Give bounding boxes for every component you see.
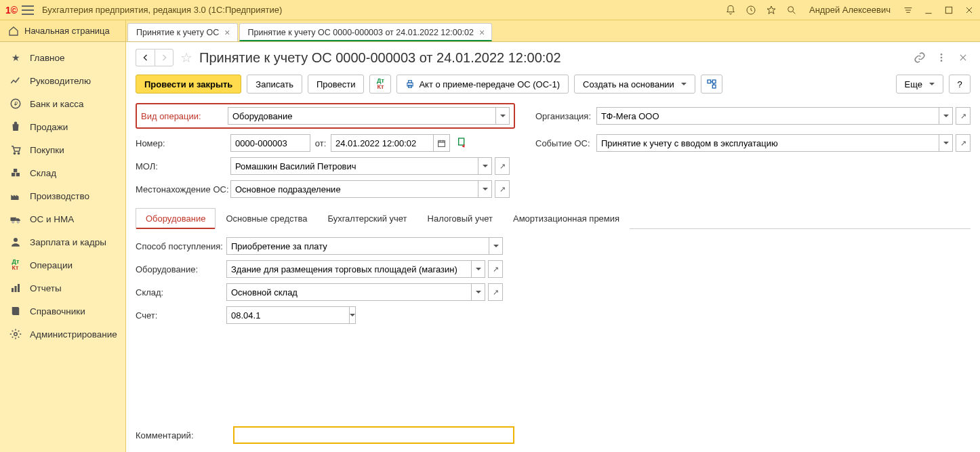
write-button[interactable]: Записать [247, 75, 302, 94]
minimize-icon[interactable] [923, 5, 934, 16]
structure-button[interactable] [701, 75, 722, 94]
print-act-button[interactable]: Акт о приеме-передаче ОС (ОС-1) [396, 75, 569, 94]
svg-point-12 [17, 221, 19, 223]
svg-point-20 [941, 60, 943, 62]
open-ref-icon[interactable]: ↗ [956, 107, 971, 125]
chart-icon [9, 75, 22, 87]
create-based-label: Создать на основании [583, 79, 674, 89]
home-tab-label: Начальная страница [24, 26, 110, 36]
sidebar-item-main[interactable]: ★Главное [0, 46, 125, 69]
number-input[interactable] [230, 134, 310, 152]
sidebar-item-sales[interactable]: Продажи [0, 115, 125, 138]
date-input[interactable] [331, 134, 434, 152]
history-icon[interactable] [746, 5, 756, 16]
dropdown-icon[interactable] [472, 260, 485, 278]
wh-input[interactable] [226, 283, 472, 301]
calendar-icon[interactable] [434, 134, 450, 152]
close-icon[interactable] [956, 50, 971, 65]
open-ref-icon[interactable]: ↗ [956, 134, 971, 152]
subtab-fixed-assets[interactable]: Основные средства [216, 208, 317, 229]
close-window-icon[interactable] [964, 5, 975, 16]
post-and-close-button[interactable]: Провести и закрыть [136, 75, 241, 94]
doc-flow-icon[interactable] [457, 137, 468, 150]
svg-rect-14 [12, 288, 14, 292]
equip-input[interactable] [226, 260, 472, 278]
bars-icon [9, 282, 22, 294]
subtab-accounting[interactable]: Бухгалтерский учет [317, 208, 417, 229]
svg-rect-27 [438, 140, 445, 146]
sidebar-item-bank[interactable]: ₽Банк и касса [0, 92, 125, 115]
dropdown-icon[interactable] [496, 107, 510, 125]
more-button[interactable]: Еще [896, 75, 943, 94]
star-icon[interactable] [766, 5, 777, 16]
kebab-icon[interactable] [934, 50, 949, 65]
dropdown-icon[interactable] [939, 107, 953, 125]
sidebar-item-label: Склад [30, 168, 56, 178]
toolbar: Провести и закрыть Записать Провести ДтК… [136, 75, 971, 94]
doc-tab-list[interactable]: Принятие к учету ОС × [127, 23, 238, 41]
ruble-icon: ₽ [9, 98, 22, 110]
sidebar-item-admin[interactable]: Администрирование [0, 323, 125, 346]
dropdown-icon[interactable] [472, 283, 485, 301]
open-ref-icon[interactable]: ↗ [488, 283, 503, 301]
sidebar-item-assets[interactable]: ОС и НМА [0, 207, 125, 230]
username[interactable]: Андрей Алексеевич [807, 5, 893, 15]
close-icon[interactable]: × [479, 28, 485, 37]
org-input[interactable] [596, 107, 939, 125]
dtkt-button[interactable]: ДтКт [369, 75, 391, 94]
open-ref-icon[interactable]: ↗ [495, 180, 510, 198]
sidebar-item-operations[interactable]: ДтКтОперации [0, 253, 125, 276]
dropdown-icon[interactable] [478, 157, 492, 175]
dropdown-icon[interactable] [939, 134, 953, 152]
help-button[interactable]: ? [949, 75, 971, 94]
dropdown-icon[interactable] [489, 237, 503, 255]
sidebar-item-hr[interactable]: Зарплата и кадры [0, 230, 125, 253]
sidebar-item-label: Продажи [30, 122, 68, 132]
event-input[interactable] [596, 134, 939, 152]
maximize-icon[interactable] [943, 5, 954, 16]
sidebar-item-label: Руководителю [30, 76, 91, 86]
open-ref-icon[interactable]: ↗ [495, 157, 510, 175]
sidebar-item-purchases[interactable]: Покупки [0, 138, 125, 161]
favorite-star-icon[interactable]: ☆ [180, 49, 192, 66]
home-tab[interactable]: Начальная страница [0, 20, 126, 41]
dropdown-icon[interactable] [478, 180, 492, 198]
link-icon[interactable] [912, 50, 927, 65]
sidebar-item-reports[interactable]: Отчеты [0, 276, 125, 300]
op-type-row: Вид операции: [136, 103, 515, 129]
subtab-depreciation[interactable]: Амортизационная премия [503, 208, 630, 229]
nav-back-button[interactable] [136, 49, 155, 66]
factory-icon [9, 190, 22, 202]
subtab-tax[interactable]: Налоговый учет [417, 208, 503, 229]
sidebar-item-refs[interactable]: Справочники [0, 300, 125, 323]
open-ref-icon[interactable]: ↗ [488, 260, 503, 278]
doc-tab-current[interactable]: Принятие к учету ОС 0000-000003 от 24.01… [239, 23, 493, 41]
svg-point-6 [18, 152, 19, 154]
acct-label: Счет: [136, 310, 226, 321]
sidebar-item-warehouse[interactable]: Склад [0, 161, 125, 184]
nav-forward-button[interactable] [155, 49, 173, 66]
sidebar-item-manager[interactable]: Руководителю [0, 69, 125, 92]
doc-tab-label: Принятие к учету ОС 0000-000003 от 24.01… [248, 28, 474, 37]
settings-icon[interactable] [903, 5, 914, 16]
search-icon[interactable] [786, 5, 797, 16]
subtabs: Оборудование Основные средства Бухгалтер… [136, 207, 971, 229]
comment-input[interactable] [233, 426, 514, 444]
sidebar-item-production[interactable]: Производство [0, 184, 125, 207]
op-type-label: Вид операции: [141, 111, 228, 121]
subtab-equipment[interactable]: Оборудование [136, 208, 216, 229]
print-act-label: Акт о приеме-передаче ОС (ОС-1) [419, 79, 560, 89]
acct-input[interactable] [226, 306, 350, 324]
menu-icon[interactable] [22, 5, 34, 15]
close-icon[interactable]: × [224, 28, 230, 37]
mol-input[interactable] [230, 157, 478, 175]
bell-icon[interactable] [725, 5, 736, 16]
post-button[interactable]: Провести [308, 75, 365, 94]
dropdown-icon[interactable] [350, 306, 356, 324]
op-type-input[interactable] [228, 107, 496, 125]
create-based-button[interactable]: Создать на основании [574, 75, 695, 94]
equip-row: Оборудование: ↗ [136, 260, 971, 278]
sidebar-item-label: Главное [30, 53, 65, 63]
location-input[interactable] [230, 180, 478, 198]
method-input[interactable] [226, 237, 489, 255]
